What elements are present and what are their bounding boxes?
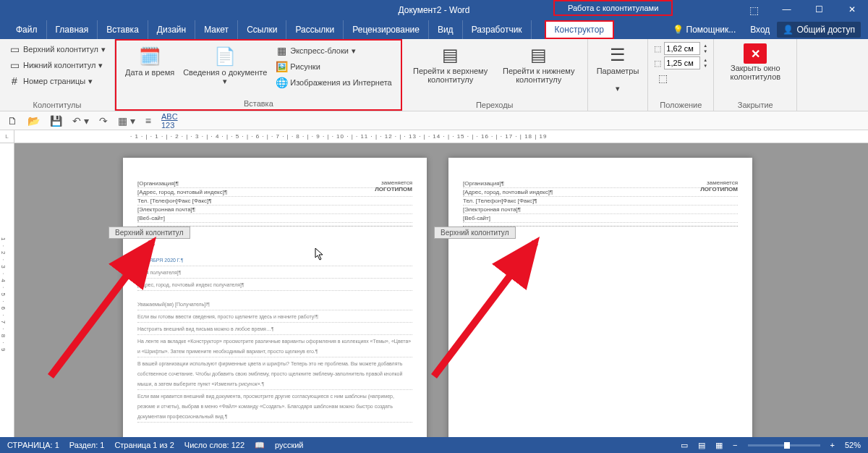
org-placeholder: [Организация]¶ [Адрес, город, почтовый и… [137, 179, 412, 223]
page-header[interactable]: заменяется ЛОГОТИПОМ [Организация]¶ [Адр… [137, 179, 412, 226]
ribbon: ▭Верхний колонтитул ▾ ▭Нижний колонтитул… [0, 39, 868, 111]
goto-header-button[interactable]: ▤ Перейти к верхнему колонтитулу [408, 42, 493, 85]
zoom-in-button[interactable]: + [830, 441, 835, 449]
online-picture-icon: 🌐 [276, 77, 287, 88]
params-button[interactable]: ☰ Параметры▾ [594, 42, 642, 95]
maximize-button[interactable]: ☐ [803, 4, 835, 16]
group-navigation: ▤ Перейти к верхнему колонтитулу ▤ Перей… [402, 39, 588, 111]
header-top-button[interactable]: ▭Верхний колонтитул ▾ [6, 42, 109, 56]
signin-link[interactable]: Вход [743, 25, 777, 35]
close-button[interactable]: ✕ [835, 4, 868, 16]
tell-me[interactable]: 💡 Помощник... [665, 25, 744, 35]
calendar-icon: 🗓️ [138, 45, 161, 68]
ruler-area: L · 1 · | · 1 · | · 2 · | · 3 · | · 4 · … [0, 130, 868, 143]
vertical-ruler[interactable]: 1 · 2 · 3 · 4 · 5 · 6 · 7 · 8 · 9 [0, 143, 14, 440]
print-layout-icon[interactable]: ▤ [698, 441, 705, 450]
zoom-slider[interactable] [748, 444, 820, 446]
footer-from-bottom-input[interactable]: ⬚ ▲▼ [654, 56, 707, 69]
title-bar: Документ2 - Word Работа с колонтитулами … [0, 0, 868, 20]
header-marker-tab: Верхний колонтитул [434, 226, 516, 239]
proofing-icon[interactable]: 📖 [255, 441, 265, 450]
share-button[interactable]: 👤 Общий доступ [777, 22, 861, 38]
quick-access-toolbar: 🗋 📂 💾 ↶ ▾ ↷ ▦ ▾ ≡ ABC123 [0, 111, 868, 130]
horizontal-ruler[interactable]: · 1 · | · 1 · | · 2 · | · 3 · | · 4 · | … [14, 130, 868, 143]
paragraph-button[interactable]: ≡ [145, 115, 151, 127]
tab-developer[interactable]: Разработчик [463, 20, 532, 39]
header-bottom-button[interactable]: ▭Нижний колонтитул ▾ [6, 58, 109, 72]
tab-design[interactable]: Дизайн [148, 20, 195, 39]
status-section[interactable]: Раздел: 1 [69, 441, 105, 449]
tab-insert[interactable]: Вставка [98, 20, 148, 39]
tab-review[interactable]: Рецензирование [344, 20, 429, 39]
word-count-button[interactable]: ABC123 [161, 112, 178, 130]
params-icon: ☰ [606, 43, 629, 67]
group-position: ⬚ ▲▼ ⬚ ▲▼ ⬚ Положение [648, 39, 714, 111]
tab-view[interactable]: Вид [429, 20, 463, 39]
document-icon: 📄 [213, 45, 237, 68]
tab-file[interactable]: Файл [7, 20, 47, 39]
quickparts-icon: ▦ [276, 45, 287, 56]
pictures-button[interactable]: 🖼️Рисунки [273, 59, 394, 74]
new-doc-button[interactable]: 🗋 [7, 115, 17, 127]
pages-container: заменяется ЛОГОТИПОМ [Организация]¶ [Адр… [14, 143, 868, 440]
group-label: Вставка [122, 98, 395, 108]
header-marker-tab: Верхний колонтитул [109, 226, 190, 239]
group-label: Переходы [408, 99, 582, 109]
open-button[interactable]: 📂 [27, 115, 40, 127]
context-tab-title: Работа с колонтитулами [553, 0, 673, 16]
document-area: 1 · 2 · 3 · 4 · 5 · 6 · 7 · 8 · 9 заменя… [0, 143, 868, 440]
align-tab-button[interactable]: ⬚ [654, 71, 707, 85]
picture-icon: 🖼️ [276, 61, 287, 72]
docinfo-button[interactable]: 📄 Сведения о документе ▾ [180, 43, 270, 88]
table-button[interactable]: ▦ ▾ [118, 115, 135, 127]
quickparts-button[interactable]: ▦Экспресс-блоки ▾ [273, 43, 394, 58]
close-header-footer-button[interactable]: ✕ Закрыть окно колонтитулов [720, 42, 791, 82]
header-from-top-input[interactable]: ⬚ ▲▼ [654, 42, 707, 55]
tab-mailings[interactable]: Рассылки [286, 20, 344, 39]
zoom-out-button[interactable]: − [733, 441, 737, 449]
footer-icon: ▭ [9, 59, 20, 71]
zoom-level[interactable]: 52% [845, 441, 861, 449]
minimize-button[interactable]: — [770, 4, 803, 16]
document-title: Документ2 - Word [398, 5, 469, 15]
group-label: Положение [654, 99, 707, 109]
page-number-button[interactable]: #Номер страницы ▾ [6, 74, 109, 88]
datetime-button[interactable]: 🗓️ Дата и время [122, 43, 177, 78]
ribbon-options-icon[interactable]: ⬚ [738, 4, 770, 16]
group-close: ✕ Закрыть окно колонтитулов Закрытие [714, 39, 797, 111]
tab-references[interactable]: Ссылки [238, 20, 286, 39]
undo-button[interactable]: ↶ ▾ [72, 115, 89, 127]
goto-footer-button[interactable]: ▤ Перейти к нижнему колонтитулу [496, 42, 582, 85]
close-x-icon: ✕ [744, 43, 767, 64]
status-words[interactable]: Число слов: 122 [184, 441, 244, 449]
page-2[interactable]: заменяется ЛОГОТИПОМ [Организация]¶ [Адр… [448, 158, 752, 440]
group-options: ☰ Параметры▾ [588, 39, 649, 111]
align-icon: ⬚ [657, 72, 668, 84]
redo-button[interactable]: ↷ [99, 115, 108, 127]
online-pictures-button[interactable]: 🌐Изображения из Интернета [273, 75, 394, 90]
read-mode-icon[interactable]: ▭ [681, 441, 688, 450]
goto-footer-icon: ▤ [527, 43, 550, 67]
page-number-icon: # [9, 75, 20, 87]
org-placeholder: [Организация]¶ [Адрес, город, почтовый и… [463, 179, 738, 223]
tab-home[interactable]: Главная [47, 20, 98, 39]
page-1[interactable]: заменяется ЛОГОТИПОМ [Организация]¶ [Адр… [123, 158, 427, 440]
bottom-margin-icon: ⬚ [654, 59, 661, 68]
tab-layout[interactable]: Макет [195, 20, 238, 39]
page-body[interactable]: 0 НОЯБРЯ 2020 Г.¶ [Имя получателя]¶ [Адр… [137, 255, 412, 423]
save-button[interactable]: 💾 [50, 115, 62, 127]
group-label: Закрытие [720, 99, 791, 109]
logo-placeholder: заменяется ЛОГОТИПОМ [700, 179, 738, 192]
group-insert: 🗓️ Дата и время 📄 Сведения о документе ▾… [115, 39, 402, 111]
status-language[interactable]: русский [275, 441, 303, 449]
page-header[interactable]: заменяется ЛОГОТИПОМ [Организация]¶ [Адр… [463, 179, 738, 226]
group-label: Колонтитулы [6, 99, 109, 109]
tab-constructor[interactable]: Конструктор [545, 20, 614, 39]
status-bar: СТРАНИЦА: 1 Раздел: 1 Страница 1 из 2 Чи… [0, 437, 868, 453]
header-icon: ▭ [9, 43, 20, 55]
top-margin-icon: ⬚ [654, 44, 661, 54]
goto-header-icon: ▤ [439, 43, 462, 67]
status-page[interactable]: СТРАНИЦА: 1 [7, 441, 59, 449]
web-layout-icon[interactable]: ▦ [715, 441, 723, 450]
status-page-of[interactable]: Страница 1 из 2 [114, 441, 174, 449]
